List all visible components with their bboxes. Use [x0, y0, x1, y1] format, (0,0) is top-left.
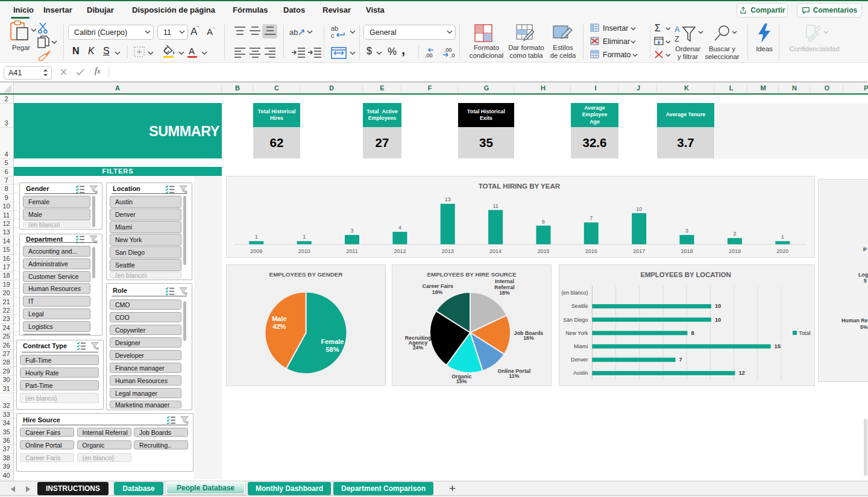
svg-text:2014: 2014 — [489, 248, 502, 254]
svg-text:10: 10 — [715, 317, 721, 323]
svg-text:15: 15 — [775, 343, 781, 349]
svg-text:2009: 2009 — [250, 248, 262, 254]
svg-text:2013: 2013 — [442, 248, 454, 254]
svg-text:15%: 15% — [456, 378, 467, 384]
svg-text:Denver: Denver — [571, 357, 588, 363]
svg-text:Miami: Miami — [574, 343, 588, 349]
svg-text:1: 1 — [303, 234, 306, 240]
svg-text:1: 1 — [255, 234, 258, 240]
svg-text:,00: ,00 — [425, 52, 433, 58]
svg-text:Austin: Austin — [573, 370, 588, 376]
svg-text:2016: 2016 — [585, 248, 597, 254]
svg-text:3: 3 — [685, 228, 688, 234]
svg-text:1: 1 — [781, 234, 784, 240]
svg-text:7: 7 — [590, 215, 593, 221]
svg-text:16%: 16% — [523, 335, 534, 341]
svg-text:58%: 58% — [326, 346, 339, 353]
svg-text:24%: 24% — [413, 345, 424, 351]
svg-text:Seattle: Seattle — [571, 303, 588, 309]
svg-text:Internal: Internal — [495, 278, 514, 284]
svg-text:TOTAL HIRING BY YEAR: TOTAL HIRING BY YEAR — [479, 182, 561, 190]
svg-text:2017: 2017 — [633, 248, 645, 254]
svg-text:16%: 16% — [432, 289, 443, 295]
svg-text:10: 10 — [715, 303, 721, 309]
svg-text:2020: 2020 — [776, 248, 788, 254]
svg-text:12: 12 — [738, 370, 744, 376]
svg-text:Career Fairs: Career Fairs — [423, 283, 453, 289]
svg-text:EMPLOYEES BY HIRE SOURCE: EMPLOYEES BY HIRE SOURCE — [427, 271, 517, 278]
svg-text:7: 7 — [679, 357, 682, 363]
svg-text:11%: 11% — [509, 373, 519, 379]
svg-text:42%: 42% — [272, 323, 286, 330]
svg-text:2018: 2018 — [681, 248, 693, 254]
svg-text:EMPLOYEES BY LOCATION: EMPLOYEES BY LOCATION — [640, 271, 731, 278]
svg-text:San Diego: San Diego — [563, 317, 588, 323]
svg-text:2: 2 — [733, 231, 736, 237]
svg-text:10: 10 — [636, 206, 642, 212]
svg-text:Referral: Referral — [494, 284, 514, 290]
svg-text:c: c — [331, 32, 335, 39]
svg-text:11: 11 — [492, 203, 498, 209]
svg-text:,0: ,0 — [450, 52, 455, 58]
svg-text:4: 4 — [398, 225, 401, 231]
svg-text:6: 6 — [542, 219, 545, 225]
svg-text:13: 13 — [445, 196, 451, 202]
svg-text:New York: New York — [565, 330, 588, 336]
svg-text:2012: 2012 — [394, 248, 406, 254]
svg-text:Total: Total — [799, 330, 811, 336]
svg-text:EMPLOYEES BY GENDER: EMPLOYEES BY GENDER — [269, 271, 343, 278]
svg-text:2010: 2010 — [298, 248, 310, 254]
svg-text:Male: Male — [272, 315, 286, 322]
svg-text:(en blanco): (en blanco) — [561, 290, 588, 296]
svg-text:3: 3 — [350, 228, 353, 234]
svg-text:18%: 18% — [499, 290, 510, 296]
svg-text:Female: Female — [321, 338, 344, 345]
svg-text:8: 8 — [691, 330, 694, 336]
svg-text:2019: 2019 — [729, 248, 741, 254]
svg-text:2011: 2011 — [346, 248, 357, 254]
svg-text:ab: ab — [289, 28, 298, 37]
svg-text:2015: 2015 — [537, 248, 549, 254]
svg-text:ab: ab — [331, 25, 338, 32]
